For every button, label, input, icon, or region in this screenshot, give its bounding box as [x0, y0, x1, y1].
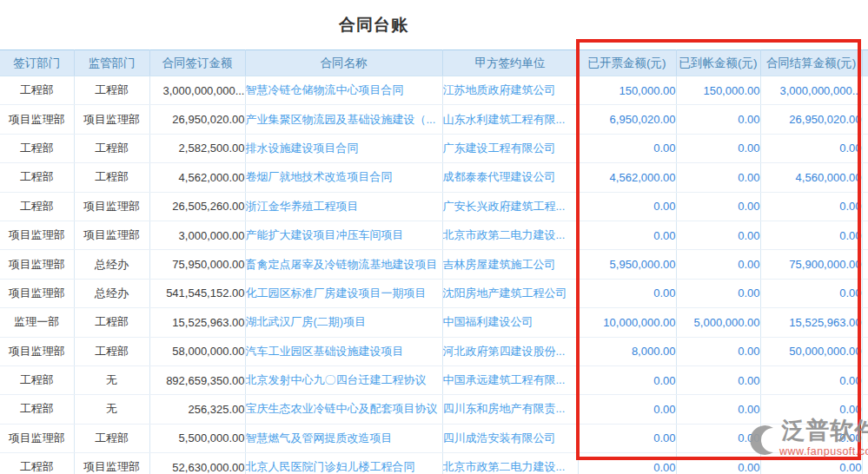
table-row: 工程部项目监理部26,505,260.00浙江金华养殖工程项目广安长兴政府建筑工… [0, 192, 868, 221]
cell-invoiced_amount: 150,000.00 [578, 76, 676, 105]
party_a-link[interactable]: 山东水利建筑工程有限... [443, 113, 566, 126]
cell-invoiced_amount: 10,000,000.00 [578, 308, 676, 337]
cell-spacer [862, 250, 868, 279]
cell-spacer [862, 221, 868, 249]
party_a-link[interactable]: 北京市政第二电力建设... [443, 460, 566, 473]
cell-sign_amount: 3,000,000,000... [149, 76, 245, 105]
party_a-link[interactable]: 江苏地质政府建筑公司 [443, 83, 556, 96]
cell-supervise_dept: 项目监理部 [74, 105, 149, 134]
contract_name-link[interactable]: 排水设施建设项目合同 [246, 142, 359, 155]
cell-party_a: 中国福利建设公司 [442, 308, 578, 337]
party_a-link[interactable]: 成都泰泰代理建设公司 [443, 170, 556, 183]
cell-received_amount: 0.00 [676, 221, 760, 249]
cell-settlement_amount: 0.00 [760, 365, 862, 394]
cell-party_a: 中国承远建筑工程有限... [442, 365, 578, 394]
cell-party_a: 广安长兴政府建筑工程... [442, 192, 578, 221]
cell-supervise_dept: 项目监理部 [74, 453, 149, 474]
cell-sign_dept: 工程部 [0, 192, 74, 221]
contract_name-link[interactable]: 宝庆生态农业冷链中心及配套项目协议 [246, 402, 438, 415]
cell-settlement_amount: 75,900,000.00 [760, 250, 862, 279]
cell-received_amount: 150,000.00 [676, 76, 760, 105]
cell-settlement_amount: 4,560,000.00 [760, 163, 862, 192]
cell-party_a: 河北政府第四建设股份... [442, 337, 578, 365]
party_a-link[interactable]: 广东建设工程有限公司 [443, 142, 556, 155]
cell-sign_dept: 项目监理部 [0, 221, 74, 249]
contract_name-link[interactable]: 智慧燃气及管网提质改造项目 [246, 431, 393, 444]
cell-contract_name: 智慧冷链仓储物流中心项目合同 [245, 76, 442, 105]
cell-settlement_amount: 3,000,000,000... [760, 76, 862, 105]
cell-party_a: 沈阳房地产建筑工程公司 [442, 279, 578, 307]
party_a-link[interactable]: 河北政府第四建设股份... [443, 345, 566, 358]
cell-invoiced_amount: 0.00 [578, 395, 676, 424]
cell-spacer [862, 163, 868, 192]
contract_name-link[interactable]: 卷烟厂就地技术改造项目合同 [246, 170, 393, 183]
cell-received_amount: 0.00 [676, 250, 760, 279]
cell-contract_name: 北京人民医院门诊妇儿楼工程合同 [245, 453, 442, 474]
party_a-link[interactable]: 沈阳房地产建筑工程公司 [443, 286, 567, 300]
col-header-sign_dept: 签订部门 [0, 50, 74, 76]
contract_name-link[interactable]: 产能扩大建设项目冲压车间项目 [246, 228, 404, 241]
party_a-link[interactable]: 四川成浩安装有限公司 [443, 431, 556, 444]
cell-sign_amount: 4,562,000.00 [149, 163, 245, 192]
contract_name-link[interactable]: 湖北武汉厂房(二期)项目 [246, 315, 367, 328]
table-header-row: 签订部门监管部门合同签订金额合同名称甲方签约单位已开票金额(元)已到帐金额(元)… [0, 50, 868, 76]
cell-sign_amount: 892,659,350.00 [149, 365, 245, 394]
cell-sign_dept: 项目监理部 [0, 424, 74, 452]
table-row: 工程部工程部2,582,500.00排水设施建设项目合同广东建设工程有限公司0.… [0, 134, 868, 162]
cell-invoiced_amount: 6,950,020.00 [578, 105, 676, 134]
cell-supervise_dept: 工程部 [74, 163, 149, 192]
party_a-link[interactable]: 四川东和房地产有限责... [443, 402, 566, 415]
cell-contract_name: 浙江金华养殖工程项目 [245, 192, 442, 221]
contract_name-link[interactable]: 北京人民医院门诊妇儿楼工程合同 [246, 460, 415, 473]
cell-received_amount: 0.00 [676, 134, 760, 162]
cell-contract_name: 化工园区标准厂房建设项目一期项目 [245, 279, 442, 307]
col-header-spacer [862, 50, 868, 76]
cell-sign_dept: 项目监理部 [0, 105, 74, 134]
fanpu-crescent-logo-icon [745, 422, 778, 462]
cell-party_a: 北京市政第二电力建设... [442, 453, 578, 474]
table-row: 项目监理部总经办75,950,000.00畜禽定点屠宰及冷链物流基地建设项目吉林… [0, 250, 868, 279]
contract_name-link[interactable]: 畜禽定点屠宰及冷链物流基地建设项目 [246, 258, 438, 271]
contract_name-link[interactable]: 北京发射中心九〇四台迁建工程协议 [246, 373, 427, 386]
cell-spacer [862, 279, 868, 307]
party_a-link[interactable]: 中国承远建筑工程有限... [443, 373, 566, 386]
cell-sign_amount: 5,500,000.00 [149, 424, 245, 452]
watermark-brand: 泛普软件 [781, 418, 868, 444]
cell-received_amount: 0.00 [676, 365, 760, 394]
cell-spacer [862, 105, 868, 134]
cell-sign_dept: 工程部 [0, 134, 74, 162]
cell-supervise_dept: 工程部 [74, 134, 149, 162]
cell-contract_name: 汽车工业园区基础设施建设项目 [245, 337, 442, 365]
page-title: 合同台账 [339, 14, 408, 36]
cell-sign_amount: 75,950,000.00 [149, 250, 245, 279]
cell-supervise_dept: 总经办 [74, 279, 149, 307]
cell-invoiced_amount: 8,000.00 [578, 337, 676, 365]
cell-supervise_dept: 工程部 [74, 76, 149, 105]
cell-supervise_dept: 项目监理部 [74, 221, 149, 249]
cell-received_amount: 0.00 [676, 192, 760, 221]
cell-contract_name: 产能扩大建设项目冲压车间项目 [245, 221, 442, 249]
cell-spacer [862, 76, 868, 105]
party_a-link[interactable]: 中国福利建设公司 [443, 315, 533, 328]
contract_name-link[interactable]: 产业集聚区物流园及基础设施建设（... [246, 113, 436, 126]
contract_name-link[interactable]: 浙江金华养殖工程项目 [246, 200, 359, 213]
cell-settlement_amount: 15,525,963.00 [760, 308, 862, 337]
cell-sign_dept: 项目监理部 [0, 337, 74, 365]
cell-invoiced_amount: 0.00 [578, 221, 676, 249]
contract_name-link[interactable]: 智慧冷链仓储物流中心项目合同 [246, 83, 404, 96]
contract_name-link[interactable]: 汽车工业园区基础设施建设项目 [246, 345, 404, 358]
cell-party_a: 北京市政第二电力建设... [442, 221, 578, 249]
cell-contract_name: 北京发射中心九〇四台迁建工程协议 [245, 365, 442, 394]
cell-invoiced_amount: 0.00 [578, 192, 676, 221]
cell-sign_amount: 256,325.00 [149, 395, 245, 424]
cell-sign_amount: 15,525,963.00 [149, 308, 245, 337]
party_a-link[interactable]: 吉林房屋建筑施工公司 [443, 258, 556, 271]
cell-sign_amount: 2,582,500.00 [149, 134, 245, 162]
party_a-link[interactable]: 北京市政第二电力建设... [443, 228, 566, 241]
cell-settlement_amount: 0.00 [760, 134, 862, 162]
cell-sign_dept: 工程部 [0, 163, 74, 192]
watermark: 泛普软件 www.fanpusoft.com [745, 418, 868, 462]
cell-party_a: 四川成浩安装有限公司 [442, 424, 578, 452]
party_a-link[interactable]: 广安长兴政府建筑工程... [443, 200, 566, 213]
contract_name-link[interactable]: 化工园区标准厂房建设项目一期项目 [246, 286, 427, 300]
